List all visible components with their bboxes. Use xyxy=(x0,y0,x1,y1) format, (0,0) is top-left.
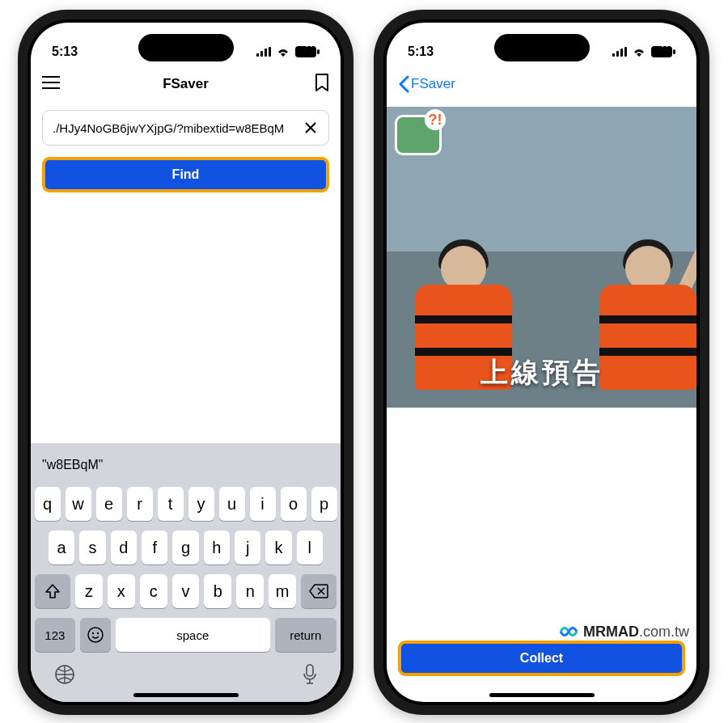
mic-icon[interactable] xyxy=(302,663,318,689)
cellular-icon xyxy=(612,47,627,57)
keyboard: "w8EBqM" qwertyuiop asdfghjkl zxcvbnm 12… xyxy=(31,443,341,702)
svg-point-7 xyxy=(92,632,94,634)
wifi-icon xyxy=(632,47,646,57)
key-r[interactable]: r xyxy=(127,487,153,521)
video-caption: 上線預告 xyxy=(387,354,696,391)
phone-right: 5:13 77 FSaver 上線預告 Collect xyxy=(374,10,709,715)
svg-rect-12 xyxy=(616,51,619,57)
key-t[interactable]: t xyxy=(158,487,184,521)
svg-rect-10 xyxy=(307,665,313,676)
nav-bar: FSaver xyxy=(387,66,696,102)
bookmark-icon[interactable] xyxy=(308,74,329,95)
key-c[interactable]: c xyxy=(140,574,167,608)
svg-rect-2 xyxy=(265,49,267,57)
svg-rect-11 xyxy=(612,53,615,57)
key-p[interactable]: p xyxy=(311,487,337,521)
key-w[interactable]: w xyxy=(66,487,91,521)
key-z[interactable]: z xyxy=(75,574,103,608)
keyboard-row-2: asdfghjkl xyxy=(31,526,341,569)
key-y[interactable]: y xyxy=(188,487,214,521)
svg-point-8 xyxy=(97,632,99,634)
back-button[interactable]: FSaver xyxy=(398,75,455,93)
key-d[interactable]: d xyxy=(111,531,137,564)
video-preview[interactable]: 上線預告 xyxy=(387,107,696,408)
status-time: 5:13 xyxy=(52,44,78,59)
key-i[interactable]: i xyxy=(250,487,276,521)
nav-bar: FSaver xyxy=(31,66,341,102)
keyboard-row-3: zxcvbnm xyxy=(31,569,341,613)
key-l[interactable]: l xyxy=(297,531,323,564)
watermark-logo-icon xyxy=(559,623,578,641)
svg-point-6 xyxy=(88,628,103,642)
key-h[interactable]: h xyxy=(204,531,230,564)
svg-rect-0 xyxy=(256,53,259,57)
key-x[interactable]: x xyxy=(108,574,135,608)
key-b[interactable]: b xyxy=(204,574,231,608)
return-key[interactable]: return xyxy=(275,618,336,652)
key-j[interactable]: j xyxy=(235,531,260,564)
url-input[interactable] xyxy=(42,110,329,146)
key-v[interactable]: v xyxy=(172,574,200,608)
dynamic-island xyxy=(138,34,234,61)
svg-rect-1 xyxy=(260,51,263,57)
key-o[interactable]: o xyxy=(281,487,307,521)
key-q[interactable]: q xyxy=(35,487,61,521)
key-s[interactable]: s xyxy=(79,531,105,564)
key-a[interactable]: a xyxy=(49,531,74,564)
shift-key[interactable] xyxy=(35,574,70,608)
key-g[interactable]: g xyxy=(172,531,198,564)
back-label: FSaver xyxy=(411,76,455,92)
phone-left: 5:13 77 FSaver Find "w8EBqM" qwertyuiop … xyxy=(18,10,353,715)
menu-icon[interactable] xyxy=(42,76,63,92)
watermark-brand: MRMAD xyxy=(583,624,639,640)
key-n[interactable]: n xyxy=(236,574,264,608)
watermark: MRMAD.com.tw xyxy=(559,623,689,641)
battery-percent: 77 xyxy=(305,40,314,49)
collect-button[interactable]: Collect xyxy=(398,641,685,676)
chevron-left-icon xyxy=(398,75,409,93)
home-indicator[interactable] xyxy=(133,693,239,697)
keyboard-suggestion[interactable]: "w8EBqM" xyxy=(31,448,341,482)
svg-rect-13 xyxy=(620,49,623,57)
wifi-icon xyxy=(276,47,290,57)
find-button[interactable]: Find xyxy=(42,157,329,192)
key-m[interactable]: m xyxy=(269,574,296,608)
key-k[interactable]: k xyxy=(265,531,291,564)
key-e[interactable]: e xyxy=(96,487,122,521)
watermark-domain: .com.tw xyxy=(639,624,689,640)
space-key[interactable]: space xyxy=(116,618,270,652)
battery-percent: 77 xyxy=(661,40,670,49)
cellular-icon xyxy=(256,47,271,57)
home-indicator[interactable] xyxy=(489,693,595,697)
svg-rect-16 xyxy=(673,49,675,54)
clear-icon[interactable] xyxy=(300,117,321,138)
delete-key[interactable] xyxy=(301,574,336,608)
svg-rect-3 xyxy=(269,47,271,57)
keyboard-row-1: qwertyuiop xyxy=(31,482,341,526)
numbers-key[interactable]: 123 xyxy=(35,618,75,652)
globe-icon[interactable] xyxy=(53,663,76,689)
key-f[interactable]: f xyxy=(142,531,167,564)
sticker-icon xyxy=(395,115,442,155)
key-u[interactable]: u xyxy=(219,487,245,521)
status-time: 5:13 xyxy=(408,44,434,59)
dynamic-island xyxy=(494,34,590,61)
svg-rect-5 xyxy=(317,49,320,54)
svg-rect-14 xyxy=(624,47,627,57)
nav-title: FSaver xyxy=(63,76,308,92)
emoji-key[interactable] xyxy=(80,618,111,652)
